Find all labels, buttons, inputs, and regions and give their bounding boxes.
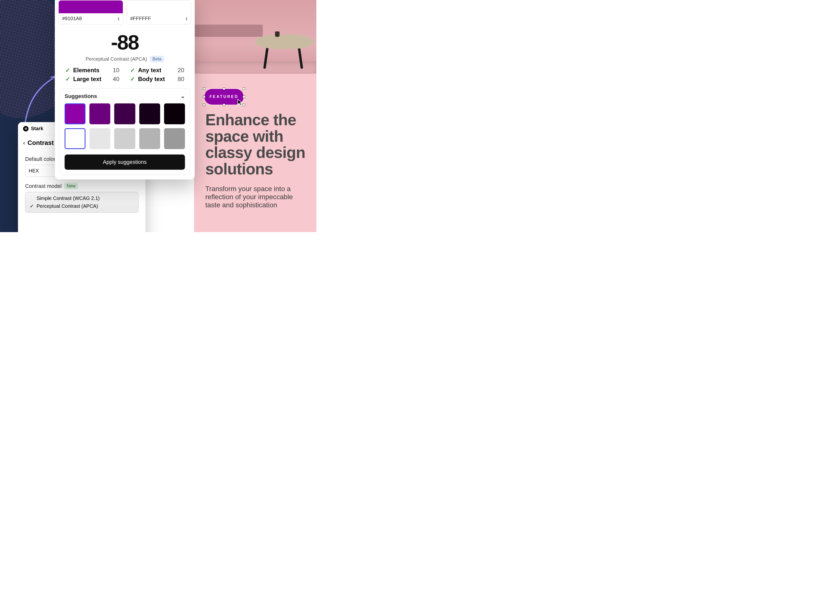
chevron-down-icon[interactable]: ⌄ bbox=[180, 93, 185, 100]
suggestion-swatch[interactable] bbox=[89, 128, 110, 149]
resize-handle[interactable] bbox=[243, 87, 245, 90]
suggestion-swatch[interactable] bbox=[114, 103, 135, 124]
check-value: 10 bbox=[113, 67, 119, 74]
floor-shape bbox=[194, 62, 316, 74]
resize-handle[interactable] bbox=[203, 95, 205, 98]
contrast-check-row: ✓Large text40 bbox=[65, 76, 119, 82]
contrast-checks: ✓Elements10✓Any text20✓Large text40✓Body… bbox=[55, 67, 195, 87]
check-pass-icon: ✓ bbox=[65, 67, 70, 74]
foreground-swatch[interactable]: #9101A8 ▴▾ bbox=[59, 0, 123, 25]
check-value: 40 bbox=[113, 76, 119, 82]
suggestion-swatch[interactable] bbox=[139, 128, 160, 149]
suggestion-swatch[interactable] bbox=[164, 128, 185, 149]
design-headline: Enhance the space with classy design sol… bbox=[205, 112, 309, 177]
design-subhead: Transform your space into a reflection o… bbox=[205, 185, 302, 209]
option-label: Perceptual Contrast (APCA) bbox=[37, 203, 98, 209]
brand-name: Stark bbox=[31, 126, 43, 131]
suggestion-swatch[interactable] bbox=[65, 128, 85, 149]
selected-element[interactable]: FEATURED bbox=[204, 89, 244, 105]
suggestion-swatch[interactable] bbox=[164, 103, 185, 124]
check-pass-icon: ✓ bbox=[130, 76, 135, 82]
check-name: Any text bbox=[138, 67, 174, 74]
check-name: Elements bbox=[73, 67, 110, 74]
stepper-icon[interactable]: ▴▾ bbox=[118, 16, 119, 21]
background-color-preview bbox=[127, 0, 191, 13]
beta-badge: Beta bbox=[150, 56, 164, 62]
chevron-left-icon: ‹ bbox=[23, 139, 25, 147]
resize-handle[interactable] bbox=[243, 95, 245, 98]
background-hex-value: #FFFFFF bbox=[130, 16, 151, 21]
foreground-color-preview bbox=[59, 0, 123, 13]
hero-image bbox=[194, 0, 316, 74]
contrast-model-label: Contrast model New bbox=[25, 183, 139, 189]
apply-suggestions-button[interactable]: Apply suggestions bbox=[65, 154, 185, 170]
featured-pill-label: FEATURED bbox=[210, 95, 239, 99]
foreground-hex-value: #9101A8 bbox=[62, 16, 82, 21]
suggestion-swatch[interactable] bbox=[114, 128, 135, 149]
check-pass-icon: ✓ bbox=[130, 67, 135, 74]
contrast-score: -88 bbox=[55, 25, 195, 56]
contrast-model-option[interactable]: Simple Contrast (WCAG 2.1) bbox=[29, 195, 134, 202]
resize-handle[interactable] bbox=[223, 104, 225, 106]
check-name: Body text bbox=[138, 76, 174, 82]
new-badge: New bbox=[64, 183, 78, 189]
contrast-panel: #9101A8 ▴▾ #FFFFFF ▴▾ -88 Perceptual Con… bbox=[55, 0, 195, 180]
resize-handle[interactable] bbox=[203, 87, 205, 90]
stark-logo-icon: ⊘ bbox=[23, 126, 28, 131]
option-label: Simple Contrast (WCAG 2.1) bbox=[37, 195, 100, 201]
suggestion-swatch[interactable] bbox=[89, 103, 110, 124]
resize-handle[interactable] bbox=[243, 104, 245, 106]
suggestion-swatch[interactable] bbox=[139, 103, 160, 124]
bench-shape bbox=[194, 25, 263, 37]
resize-handle[interactable] bbox=[203, 104, 205, 106]
featured-pill[interactable]: FEATURED bbox=[204, 89, 244, 105]
stepper-icon[interactable]: ▴▾ bbox=[186, 16, 188, 21]
suggestion-swatch[interactable] bbox=[65, 103, 85, 124]
check-icon: ✓ bbox=[29, 203, 34, 209]
background-swatch[interactable]: #FFFFFF ▴▾ bbox=[126, 0, 191, 25]
check-value: 20 bbox=[177, 67, 184, 74]
design-canvas: FEATURED Enhance the space with classy d… bbox=[194, 0, 316, 232]
suggestions-title: Suggestions bbox=[65, 93, 97, 100]
check-pass-icon: ✓ bbox=[65, 76, 70, 82]
contrast-model-option[interactable]: ✓Perceptual Contrast (APCA) bbox=[29, 202, 134, 210]
contrast-check-row: ✓Any text20 bbox=[130, 67, 184, 74]
contrast-check-row: ✓Elements10 bbox=[65, 67, 119, 74]
suggestions-card: Suggestions ⌄ Apply suggestions bbox=[59, 88, 190, 175]
check-name: Large text bbox=[73, 76, 110, 82]
contrast-model-dropdown[interactable]: Simple Contrast (WCAG 2.1)✓Perceptual Co… bbox=[25, 192, 139, 213]
contrast-score-label: Perceptual Contrast (APCA) Beta bbox=[55, 56, 195, 62]
resize-handle[interactable] bbox=[223, 87, 225, 90]
table-top bbox=[255, 34, 314, 49]
contrast-check-row: ✓Body text80 bbox=[130, 76, 184, 82]
cup-shape bbox=[275, 31, 280, 37]
suggestion-swatches bbox=[65, 103, 185, 149]
check-value: 80 bbox=[177, 76, 184, 82]
